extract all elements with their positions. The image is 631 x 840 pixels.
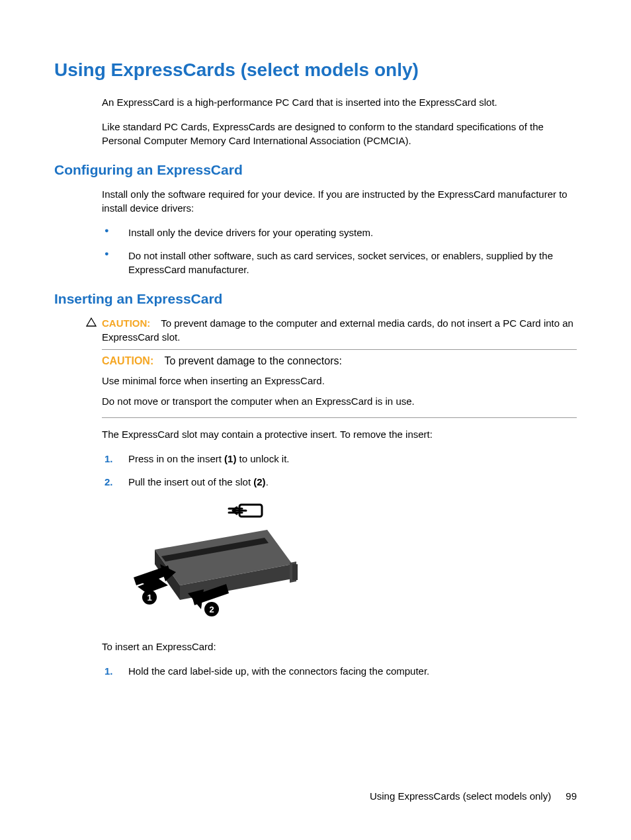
caution-icon [86, 316, 102, 330]
page-number: 99 [566, 790, 577, 802]
caution-label: CAUTION: [102, 317, 150, 329]
page-footer: Using ExpressCards (select models only) … [370, 790, 577, 802]
step-bold: (1) [224, 453, 236, 464]
bullet-item-1: Install only the device drivers for your… [102, 226, 577, 239]
configure-bullet-list: Install only the device drivers for your… [102, 226, 577, 276]
bullet-item-2: Do not install other software, such as c… [102, 249, 577, 276]
insert-steps: 1. Hold the card label-side up, with the… [102, 664, 577, 678]
page-title: Using ExpressCards (select models only) [54, 60, 577, 81]
svg-text:1: 1 [147, 593, 151, 603]
expresscard-diagram: 1 2 [128, 498, 577, 626]
footer-text: Using ExpressCards (select models only) [370, 790, 551, 802]
step-text: Pull the insert out of the slot [128, 476, 253, 487]
step-text: Hold the card label-side up, with the co… [128, 665, 429, 677]
caution-body-b: Do not move or transport the computer wh… [102, 394, 577, 408]
caution-text-2: To prevent damage to the connectors: [164, 355, 342, 366]
svg-text:2: 2 [209, 605, 214, 614]
step-number: 1. [105, 452, 113, 466]
step-text: Press in on the insert [128, 453, 224, 464]
intro-paragraph-1: An ExpressCard is a high-performance PC … [102, 95, 577, 109]
remove-step-1: 1. Press in on the insert (1) to unlock … [102, 452, 577, 466]
caution-body-a: Use minimal force when inserting an Expr… [102, 374, 577, 388]
configure-intro: Install only the software required for y… [102, 187, 577, 215]
caution-block-2: CAUTION: To prevent damage to the connec… [102, 355, 577, 418]
caution-text-1: To prevent damage to the computer and ex… [102, 317, 573, 343]
intro-paragraph-2: Like standard PC Cards, ExpressCards are… [102, 120, 577, 147]
svg-rect-6 [292, 564, 298, 580]
insert-intro: To insert an ExpressCard: [102, 640, 577, 653]
insert-step-1: 1. Hold the card label-side up, with the… [102, 664, 577, 678]
section-heading-configuring: Configuring an ExpressCard [54, 162, 577, 178]
step-number: 1. [105, 664, 113, 678]
caution-block-1: CAUTION: To prevent damage to the comput… [102, 316, 577, 350]
remove-steps: 1. Press in on the insert (1) to unlock … [102, 452, 577, 489]
caution-label: CAUTION: [102, 355, 153, 366]
step-bold: (2) [253, 476, 265, 487]
step-text: . [266, 476, 269, 487]
remove-intro: The ExpressCard slot may contain a prote… [102, 427, 577, 441]
remove-step-2: 2. Pull the insert out of the slot (2). [102, 475, 577, 489]
section-heading-inserting: Inserting an ExpressCard [54, 291, 577, 307]
step-number: 2. [105, 475, 113, 489]
step-text: to unlock it. [236, 453, 289, 464]
